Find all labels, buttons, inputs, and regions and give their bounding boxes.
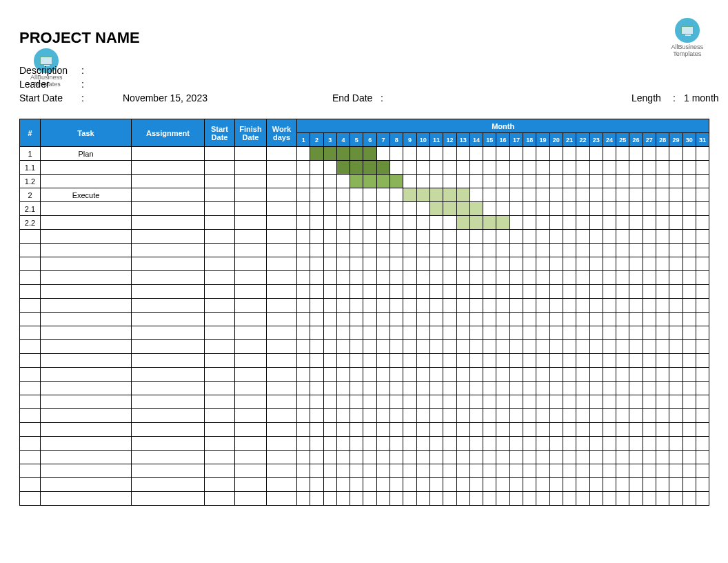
gantt-cell[interactable] <box>656 299 669 313</box>
gantt-cell[interactable] <box>310 382 323 395</box>
gantt-cell[interactable] <box>390 257 403 271</box>
gantt-cell[interactable] <box>643 382 656 395</box>
gantt-cell[interactable] <box>363 340 376 354</box>
gantt-cell[interactable] <box>350 326 363 340</box>
gantt-cell[interactable] <box>376 299 390 313</box>
gantt-cell[interactable] <box>483 437 496 451</box>
gantt-cell[interactable] <box>429 216 443 230</box>
gantt-cell[interactable] <box>297 147 310 161</box>
gantt-cell[interactable] <box>297 175 310 188</box>
gantt-cell[interactable] <box>536 437 549 451</box>
gantt-cell[interactable] <box>696 188 709 202</box>
gantt-cell[interactable] <box>443 202 456 216</box>
row-workdays[interactable] <box>267 202 297 216</box>
gantt-cell[interactable] <box>403 257 416 271</box>
row-start[interactable] <box>205 326 235 340</box>
gantt-cell[interactable] <box>483 382 496 395</box>
gantt-cell[interactable] <box>416 257 429 271</box>
gantt-cell[interactable] <box>429 202 443 216</box>
gantt-cell[interactable] <box>483 147 496 161</box>
gantt-cell[interactable] <box>429 409 443 423</box>
gantt-cell[interactable] <box>376 313 390 326</box>
gantt-cell[interactable] <box>336 437 350 451</box>
row-task[interactable] <box>41 382 132 395</box>
gantt-cell[interactable] <box>390 382 403 395</box>
gantt-cell[interactable] <box>509 354 523 368</box>
gantt-cell[interactable] <box>443 271 456 285</box>
gantt-cell[interactable] <box>603 244 616 257</box>
gantt-cell[interactable] <box>656 464 669 478</box>
gantt-cell[interactable] <box>643 423 656 437</box>
gantt-cell[interactable] <box>469 395 483 409</box>
gantt-cell[interactable] <box>629 161 643 175</box>
row-start[interactable] <box>205 216 235 230</box>
gantt-cell[interactable] <box>310 230 323 244</box>
gantt-cell[interactable] <box>429 478 443 492</box>
gantt-cell[interactable] <box>297 188 310 202</box>
row-workdays[interactable] <box>267 478 297 492</box>
gantt-cell[interactable] <box>589 161 603 175</box>
gantt-cell[interactable] <box>576 492 589 506</box>
gantt-cell[interactable] <box>363 368 376 382</box>
gantt-cell[interactable] <box>656 492 669 506</box>
gantt-cell[interactable] <box>603 382 616 395</box>
gantt-cell[interactable] <box>390 313 403 326</box>
gantt-cell[interactable] <box>616 161 629 175</box>
gantt-cell[interactable] <box>376 230 390 244</box>
gantt-cell[interactable] <box>456 230 469 244</box>
gantt-cell[interactable] <box>563 492 576 506</box>
gantt-cell[interactable] <box>682 230 696 244</box>
row-task[interactable] <box>41 299 132 313</box>
gantt-cell[interactable] <box>576 161 589 175</box>
gantt-cell[interactable] <box>350 271 363 285</box>
row-start[interactable] <box>205 285 235 299</box>
gantt-cell[interactable] <box>669 299 682 313</box>
gantt-cell[interactable] <box>443 340 456 354</box>
gantt-cell[interactable] <box>496 161 509 175</box>
gantt-cell[interactable] <box>350 382 363 395</box>
gantt-cell[interactable] <box>310 271 323 285</box>
row-workdays[interactable] <box>267 437 297 451</box>
gantt-cell[interactable] <box>536 271 549 285</box>
gantt-cell[interactable] <box>496 492 509 506</box>
gantt-cell[interactable] <box>603 492 616 506</box>
row-workdays[interactable] <box>267 230 297 244</box>
gantt-cell[interactable] <box>376 175 390 188</box>
gantt-cell[interactable] <box>536 299 549 313</box>
gantt-cell[interactable] <box>456 271 469 285</box>
row-finish[interactable] <box>235 244 267 257</box>
gantt-cell[interactable] <box>616 492 629 506</box>
gantt-cell[interactable] <box>643 451 656 464</box>
gantt-cell[interactable] <box>390 326 403 340</box>
gantt-cell[interactable] <box>536 285 549 299</box>
gantt-cell[interactable] <box>563 340 576 354</box>
row-finish[interactable] <box>235 451 267 464</box>
gantt-cell[interactable] <box>363 216 376 230</box>
gantt-cell[interactable] <box>629 409 643 423</box>
gantt-cell[interactable] <box>509 244 523 257</box>
gantt-cell[interactable] <box>390 244 403 257</box>
gantt-cell[interactable] <box>416 175 429 188</box>
gantt-cell[interactable] <box>483 271 496 285</box>
gantt-cell[interactable] <box>536 382 549 395</box>
gantt-cell[interactable] <box>589 188 603 202</box>
row-task[interactable] <box>41 492 132 506</box>
gantt-cell[interactable] <box>429 492 443 506</box>
gantt-cell[interactable] <box>643 368 656 382</box>
gantt-cell[interactable] <box>456 437 469 451</box>
gantt-cell[interactable] <box>310 492 323 506</box>
gantt-cell[interactable] <box>363 451 376 464</box>
gantt-cell[interactable] <box>297 326 310 340</box>
gantt-cell[interactable] <box>416 202 429 216</box>
gantt-cell[interactable] <box>483 257 496 271</box>
gantt-cell[interactable] <box>456 147 469 161</box>
gantt-cell[interactable] <box>682 161 696 175</box>
row-task[interactable] <box>41 478 132 492</box>
row-workdays[interactable] <box>267 147 297 161</box>
gantt-cell[interactable] <box>456 175 469 188</box>
gantt-cell[interactable] <box>469 202 483 216</box>
gantt-cell[interactable] <box>669 326 682 340</box>
gantt-cell[interactable] <box>443 299 456 313</box>
gantt-cell[interactable] <box>629 395 643 409</box>
gantt-cell[interactable] <box>363 313 376 326</box>
